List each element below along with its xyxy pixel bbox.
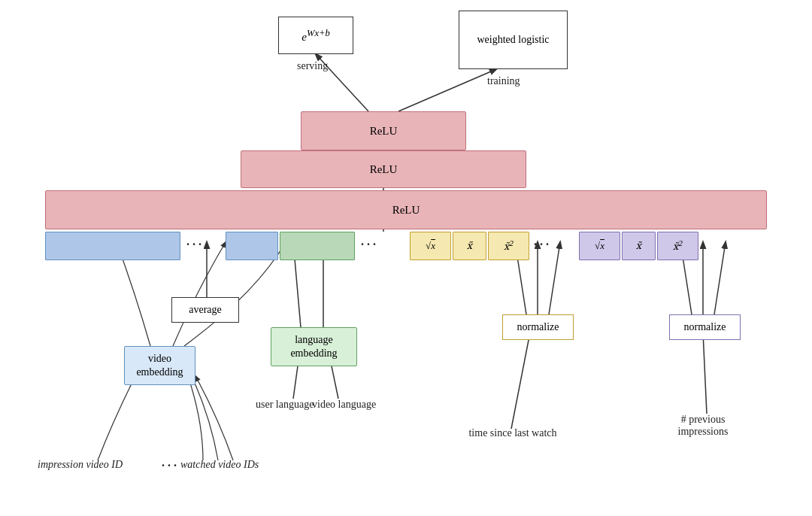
language-embedding-box: language embedding [271,327,357,366]
bar-blue-left [45,232,180,260]
bar-blue-right [226,232,278,260]
exp-label: eWx+b [301,28,329,44]
language-embedding-label: language embedding [277,333,350,360]
relu-narrow: ReLU [301,111,466,150]
sqrt-1c-label: x̃2 [504,238,514,253]
sqrt-2b-label: x̃ [636,240,641,252]
user-language-label: user language [256,399,314,411]
normalize-2-label: normalize [684,321,726,333]
sqrt-bar-1b: x̃ [453,232,486,260]
svg-line-18 [703,332,707,414]
prev-impressions-label: # previous impressions [658,414,748,438]
dots-3: · · · [534,238,549,251]
sqrt-1b-label: x̃ [467,240,472,252]
svg-line-17 [511,332,530,429]
normalize-box-2: normalize [669,314,741,340]
dots-1: · · · [186,238,201,251]
sqrt-bar-2b: x̃ [622,232,656,260]
time-since-label: time since last watch [464,427,562,439]
relu-mid-label: ReLU [370,163,398,176]
sqrt-2a-label: √x [595,240,604,252]
watched-video-ids-label: watched video IDs [180,459,259,471]
dots-2: · · · [361,238,376,251]
average-label: average [189,304,222,316]
serving-label: serving [297,60,328,72]
video-embedding-label: video embedding [131,352,189,379]
sqrt-bar-2c: x̃2 [657,232,698,260]
sqrt-1a-label: √x [426,240,435,252]
impression-video-id-label: impression video ID [38,459,123,471]
relu-mid: ReLU [241,150,526,188]
sqrt-bar-1c: x̃2 [488,232,529,260]
weighted-logistic-label: weighted logistic [477,33,549,47]
bar-green [280,232,355,260]
video-embedding-box: video embedding [124,346,195,385]
video-language-label: video language [312,399,376,411]
normalize-box-1: normalize [502,314,574,340]
relu-narrow-label: ReLU [370,125,398,138]
training-label: training [487,75,520,87]
relu-wide: ReLU [45,190,767,229]
sqrt-bar-1a: √x [410,232,451,260]
normalize-1-label: normalize [517,321,559,333]
svg-line-14 [714,242,726,314]
diagram: eWx+b weighted logistic serving training… [0,0,812,516]
exp-box: eWx+b [278,17,353,54]
average-box: average [171,297,239,323]
svg-line-11 [549,242,560,314]
relu-wide-label: ReLU [392,204,420,217]
sqrt-bar-2a: √x [579,232,620,260]
svg-line-1 [398,69,496,111]
sqrt-2c-label: x̃2 [673,238,683,253]
dots-curve: · · · [162,459,177,472]
weighted-logistic-box: weighted logistic [459,11,568,69]
